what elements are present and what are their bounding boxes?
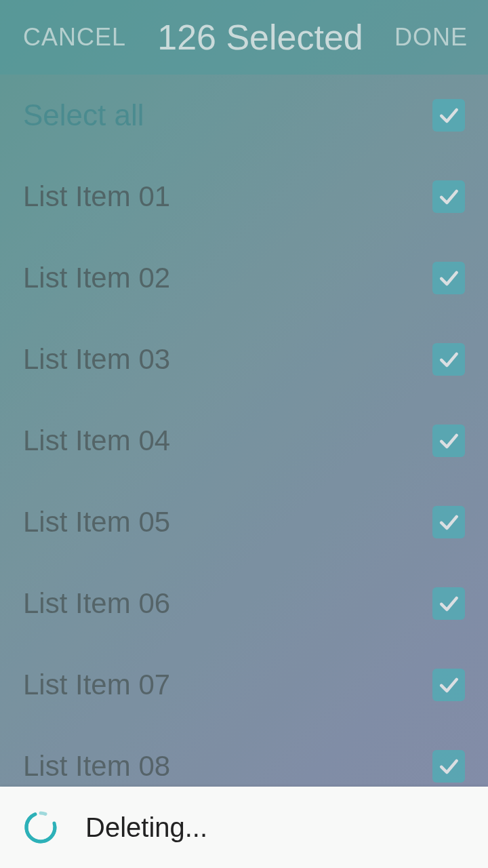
list-item-label: List Item 05 — [23, 506, 170, 538]
list-item-label: List Item 03 — [23, 343, 170, 376]
progress-message: Deleting... — [85, 812, 207, 843]
checkmark-icon — [436, 103, 461, 127]
checkmark-icon — [436, 184, 461, 209]
list-item[interactable]: List Item 05 — [0, 481, 488, 563]
list-item-label: List Item 04 — [23, 425, 170, 457]
list-item-checkbox[interactable] — [432, 506, 465, 538]
select-all-checkbox[interactable] — [432, 99, 465, 132]
select-all-row[interactable]: Select all — [0, 75, 488, 156]
checkmark-icon — [436, 510, 461, 534]
list-item-label: List Item 08 — [23, 750, 170, 783]
item-list: Select all List Item 01 List Item 02 Lis… — [0, 75, 488, 807]
list-item-checkbox[interactable] — [432, 180, 465, 213]
list-item-checkbox[interactable] — [432, 262, 465, 294]
list-item-label: List Item 07 — [23, 669, 170, 701]
progress-modal: Deleting... — [0, 787, 488, 868]
checkmark-icon — [436, 429, 461, 453]
list-item-checkbox[interactable] — [432, 425, 465, 457]
list-item-label: List Item 02 — [23, 262, 170, 294]
list-item-checkbox[interactable] — [432, 669, 465, 701]
list-item-checkbox[interactable] — [432, 343, 465, 376]
header-bar: CANCEL 126 Selected DONE — [0, 0, 488, 75]
list-item-label: List Item 01 — [23, 180, 170, 213]
checkmark-icon — [436, 266, 461, 290]
screen: CANCEL 126 Selected DONE Select all List… — [0, 0, 488, 868]
checkmark-icon — [436, 673, 461, 697]
checkmark-icon — [436, 347, 461, 372]
page-title: 126 Selected — [157, 17, 363, 58]
select-all-label: Select all — [23, 98, 144, 132]
spinner-icon — [23, 810, 58, 845]
list-item[interactable]: List Item 01 — [0, 156, 488, 237]
cancel-button[interactable]: CANCEL — [23, 23, 126, 52]
list-item[interactable]: List Item 06 — [0, 563, 488, 644]
list-item-label: List Item 06 — [23, 587, 170, 620]
checkmark-icon — [436, 591, 461, 616]
list-item[interactable]: List Item 03 — [0, 319, 488, 400]
list-item[interactable]: List Item 02 — [0, 237, 488, 319]
list-item-checkbox[interactable] — [432, 587, 465, 620]
checkmark-icon — [436, 754, 461, 778]
list-item-checkbox[interactable] — [432, 750, 465, 783]
list-item[interactable]: List Item 07 — [0, 644, 488, 726]
list-item[interactable]: List Item 04 — [0, 400, 488, 481]
done-button[interactable]: DONE — [394, 23, 468, 52]
